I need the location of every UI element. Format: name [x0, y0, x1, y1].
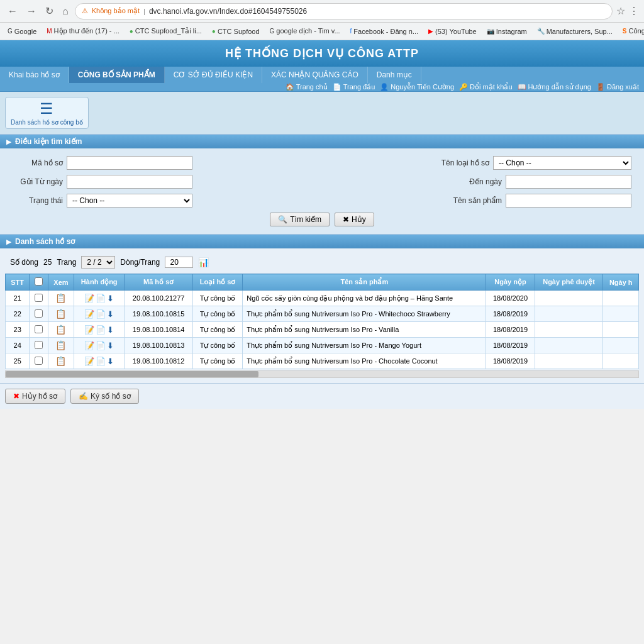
- search-button[interactable]: 🔍 Tìm kiếm: [270, 213, 330, 226]
- cell-xem[interactable]: 📋: [48, 291, 74, 306]
- cell-xem[interactable]: 📋: [48, 306, 74, 322]
- bookmark-cong-cu[interactable]: S Công Cụ Chuyển đ...: [620, 26, 644, 36]
- bookmark-manufacturers[interactable]: 🔧 Manufacturers, Sup...: [535, 26, 615, 36]
- row-checkbox-1[interactable]: [35, 309, 43, 318]
- form-buttons: 🔍 Tìm kiếm ✖ Hủy: [13, 213, 631, 226]
- browser-actions: ☆ ⋮: [616, 5, 639, 17]
- select-all-checkbox[interactable]: [35, 277, 43, 286]
- view-icon[interactable]: 📋: [55, 340, 66, 350]
- cancel-button[interactable]: ✖ Hủy: [335, 213, 374, 226]
- view-icon[interactable]: 📋: [55, 356, 66, 366]
- trang-select[interactable]: 2 / 2 1 / 2: [81, 256, 115, 269]
- copy-icon[interactable]: 📄: [96, 294, 106, 303]
- bookmark-ctc[interactable]: ● CTC Supfood: [209, 26, 262, 36]
- copy-icon[interactable]: 📄: [96, 341, 106, 350]
- menu-button[interactable]: ⋮: [629, 5, 639, 17]
- bookmark-ctc-tai[interactable]: ● CTC Supfood_Tải li...: [127, 26, 204, 36]
- bookmark-label: CTC Supfood: [218, 28, 260, 35]
- main-nav: Khai báo hồ sơ CÔNG BỐ SẢN PHẨM CƠ SỞ ĐỦ…: [0, 67, 644, 92]
- den-ngay-input[interactable]: [506, 175, 631, 189]
- row-checkbox-3[interactable]: [35, 341, 43, 349]
- view-icon[interactable]: 📋: [55, 325, 66, 335]
- danh-sach-icon-btn[interactable]: ☰ Danh sách hồ sơ công bố: [5, 97, 89, 129]
- nav-user[interactable]: 👤 Nguyễn Tiến Cường: [380, 83, 454, 91]
- edit-icon[interactable]: 📝: [84, 325, 94, 335]
- edit-icon[interactable]: 📝: [84, 309, 94, 319]
- cell-checkbox[interactable]: [30, 306, 48, 322]
- cell-xem[interactable]: 📋: [48, 338, 74, 353]
- down-icon[interactable]: ⬇: [107, 341, 114, 350]
- down-icon[interactable]: ⬇: [107, 309, 114, 319]
- nav-dang-xuat[interactable]: 🚪 Đăng xuất: [596, 83, 639, 91]
- browser-chrome: ← → ↻ ⌂ ⚠ Không bảo mật | dvc.hanoi.vfa.…: [0, 0, 644, 40]
- row-checkbox-2[interactable]: [35, 325, 43, 333]
- nav-xac-nhan[interactable]: XÁC NHẬN QUẢNG CÁO: [262, 67, 368, 83]
- cell-ngay-nop: 18/08/2019: [486, 353, 535, 369]
- copy-icon[interactable]: 📄: [96, 325, 106, 335]
- row-checkbox-0[interactable]: [35, 294, 43, 302]
- cancel-label: Hủy: [352, 215, 366, 224]
- forward-button[interactable]: →: [24, 4, 39, 18]
- view-icon[interactable]: 📋: [55, 293, 66, 303]
- back-button[interactable]: ←: [5, 4, 20, 18]
- ctc2-favicon: ●: [212, 28, 216, 35]
- nav-trang-chu[interactable]: 🏠 Trang chủ: [286, 83, 328, 91]
- search-icon: 🔍: [278, 215, 287, 224]
- cell-xem[interactable]: 📋: [48, 322, 74, 338]
- trang-thai-select[interactable]: -- Chon --: [67, 194, 192, 208]
- down-icon[interactable]: ⬇: [107, 357, 114, 366]
- horizontal-scrollbar[interactable]: [5, 370, 639, 378]
- cell-stt: 23: [6, 322, 30, 338]
- nav-danh-muc[interactable]: Danh mục: [368, 67, 421, 83]
- down-icon[interactable]: ⬇: [107, 294, 114, 303]
- bookmark-google-dich[interactable]: G google dịch - Tim v...: [267, 26, 343, 36]
- nav-cong-bo[interactable]: CÔNG BỐ SẢN PHẨM: [69, 67, 165, 83]
- ky-so-button[interactable]: ✍ Ký số hồ sơ: [70, 389, 139, 404]
- nav-khai-bao[interactable]: Khai báo hồ sơ: [0, 67, 69, 83]
- ten-san-pham-input[interactable]: [506, 194, 631, 208]
- col-ngay-nop: Ngày nộp: [486, 274, 535, 291]
- search-label: Tìm kiếm: [290, 215, 321, 224]
- bookmark-google[interactable]: G Google: [5, 26, 39, 36]
- bookmark-facebook[interactable]: f Facebook - Đăng n...: [348, 26, 421, 36]
- copy-icon[interactable]: 📄: [96, 309, 106, 319]
- edit-icon[interactable]: 📝: [84, 341, 94, 350]
- home-button[interactable]: ⌂: [60, 4, 71, 18]
- nav-huong-dan[interactable]: 📖 Hướng dẫn sử dụng: [518, 83, 591, 91]
- nav-trang-dau[interactable]: 📄 Trang đầu: [333, 83, 375, 91]
- copy-icon[interactable]: 📄: [96, 357, 106, 366]
- star-button[interactable]: ☆: [616, 5, 625, 17]
- cell-checkbox[interactable]: [30, 338, 48, 353]
- ten-loai-ho-so-select[interactable]: -- Chọn -- Tự công bố: [493, 156, 631, 170]
- row-checkbox-4[interactable]: [35, 357, 43, 365]
- nav-co-so[interactable]: CƠ SỞ ĐỦ ĐIỀU KIỆN: [165, 67, 262, 83]
- cell-ngay-h: [603, 306, 639, 322]
- bookmark-instagram[interactable]: 📷 Instagram: [484, 26, 530, 36]
- bookmark-gmail[interactable]: M Hộp thư đến (17) - ...: [44, 26, 122, 36]
- cell-checkbox[interactable]: [30, 291, 48, 306]
- address-bar[interactable]: ⚠ Không bảo mật | dvc.hanoi.vfa.gov.vn/I…: [75, 3, 613, 19]
- icon-section: ☰ Danh sách hồ sơ công bố: [0, 92, 644, 135]
- down-icon[interactable]: ⬇: [107, 325, 114, 335]
- cell-loai-ho-so: Tự công bố: [192, 306, 242, 322]
- bookmark-youtube[interactable]: ▶ (53) YouTube: [426, 26, 479, 36]
- edit-icon[interactable]: 📝: [84, 357, 94, 366]
- cell-checkbox[interactable]: [30, 353, 48, 369]
- gui-tu-ngay-input[interactable]: [67, 175, 192, 189]
- ma-ho-so-input[interactable]: [67, 156, 192, 170]
- cell-checkbox[interactable]: [30, 322, 48, 338]
- google-favicon: G: [8, 28, 13, 35]
- cell-ngay-nop: 18/08/2019: [486, 306, 535, 322]
- nav-doi-mat-khau[interactable]: 🔑 Đổi mật khẩu: [459, 83, 512, 91]
- search-section-header: Điều kiện tìm kiếm: [0, 135, 644, 148]
- refresh-button[interactable]: ↻: [43, 4, 56, 18]
- cancel-icon: ✖: [343, 215, 349, 224]
- dong-trang-input[interactable]: [165, 257, 193, 268]
- edit-icon[interactable]: 📝: [84, 294, 94, 303]
- huy-ho-so-button[interactable]: ✖ Hủy hồ sơ: [5, 389, 65, 404]
- cell-xem[interactable]: 📋: [48, 353, 74, 369]
- so-dong-value: 25: [43, 258, 52, 267]
- export-icon[interactable]: 📊: [198, 257, 209, 267]
- app-title: HỆ THỐNG DỊCH VỤ CÔNG ATTP: [225, 47, 419, 60]
- view-icon[interactable]: 📋: [55, 309, 66, 319]
